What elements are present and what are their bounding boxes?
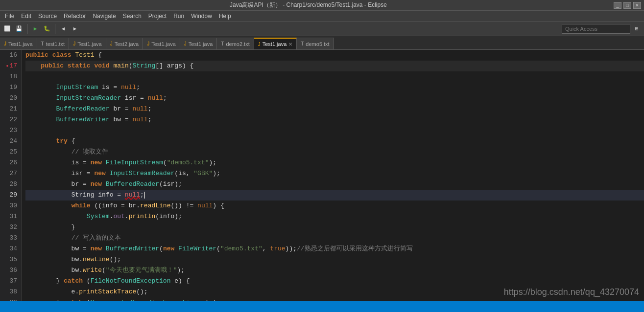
tab-label: demo2.txt [226,41,249,47]
toolbar-sep3 [83,24,83,34]
menu-help[interactable]: Help [216,12,234,20]
code-line-26: is = new FileInputStream("demo5.txt"); [25,157,644,168]
menu-edit[interactable]: Edit [18,12,34,20]
toolbar-sep1 [27,24,27,34]
toolbar-sep2 [55,24,55,34]
tab-close-btn[interactable]: ✕ [288,42,292,47]
menu-source[interactable]: Source [35,12,60,20]
line-33: 33 [4,233,17,244]
tab-test1-4[interactable]: J Test1.java [180,38,217,49]
editor-container: 16 17 18 19 20 21 22 23 24 25 26 27 28 2… [0,50,644,312]
menu-window[interactable]: Window [188,12,215,20]
line-22: 22 [4,114,17,125]
tab-test1txt[interactable]: T test1.txt [37,38,70,49]
tab-label: demo5.txt [306,41,329,47]
menu-project[interactable]: Project [145,12,169,20]
java-icon: J [4,41,6,46]
line-31: 31 [4,211,17,222]
code-line-21: BufferedReader br = null; [25,104,644,114]
line-35: 35 [4,254,17,265]
code-line-36: bw.write("今天也要元气满满哦！"); [25,265,644,276]
java-icon: J [110,41,113,46]
line-23: 23 [4,125,17,136]
line-number-gutter: 16 17 18 19 20 21 22 23 24 25 26 27 28 2… [0,50,22,312]
code-line-33: // 写入新的文本 [25,233,644,244]
line-28: 28 [4,179,17,190]
debug-btn[interactable]: 🐛 [42,23,52,34]
menu-navigate[interactable]: Navigate [90,12,119,20]
line-34: 34 [4,244,17,254]
new-btn[interactable]: ⬜ [2,23,13,34]
line-16: 16 [4,50,17,61]
code-line-29[interactable]: String info = null; [25,190,644,201]
code-line-37: } catch (FileNotFoundException e) { [25,276,644,287]
line-36: 36 [4,265,17,276]
line-19: 19 [4,82,17,93]
line-27: 27 [4,168,17,179]
java-icon: J [147,41,149,46]
tab-label: Test1.java [262,41,287,47]
tab-demo2txt[interactable]: T demo2.txt [217,38,254,49]
run-btn[interactable]: ▶ [30,23,41,34]
forward-btn[interactable]: ▶ [70,23,80,34]
line-29: 29 [4,190,17,201]
tab-label: Test1.java [189,41,213,47]
code-line-16: public class Test1 { [25,50,644,61]
code-line-31: System.out.println(info); [25,211,644,222]
maximize-btn[interactable]: □ [623,2,631,9]
code-line-17: public static void main(String[] args) { [25,61,644,71]
code-line-34: bw = new BufferedWriter(new FileWriter("… [25,244,644,254]
line-20: 20 [4,93,17,104]
code-line-24: try { [25,136,644,147]
txt-icon: T [301,41,304,46]
tab-test1-active[interactable]: J Test1.java ✕ [254,38,297,49]
line-38: 38 [4,287,17,297]
menu-file[interactable]: File [2,12,17,20]
tab-test2[interactable]: J Test2.java [106,38,143,49]
line-18: 18 [4,71,17,82]
tab-label: Test2.java [115,41,139,47]
line-26: 26 [4,157,17,168]
line-37: 37 [4,276,17,287]
java-icon: J [73,41,75,46]
line-21: 21 [4,104,17,114]
menu-search[interactable]: Search [120,12,144,20]
perspective-btn[interactable]: ⊞ [631,23,642,34]
tab-label: Test1.java [8,41,33,47]
tab-demo5txt[interactable]: T demo5.txt [297,38,334,49]
java-icon: J [258,42,261,47]
line-32: 32 [4,222,17,233]
code-line-38: e.printStackTrace(); [25,287,644,297]
tab-test1-1[interactable]: J Test1.java [0,38,37,49]
title-text: Java高级API（新） - Charp1/src/demo5/Test1.ja… [3,1,614,9]
menu-refactor[interactable]: Refactor [61,12,89,20]
code-line-23 [25,125,644,136]
line-17: 17 [4,61,17,71]
line-24: 24 [4,136,17,147]
code-line-22: BufferedWriter bw = null; [25,114,644,125]
window-controls[interactable]: _ □ ✕ [614,2,641,9]
tab-test1-3[interactable]: J Test1.java [143,38,180,49]
toolbar: ⬜ 💾 ▶ 🐛 ◀ ▶ ⊞ [0,22,644,36]
tab-label: Test1.java [151,41,176,47]
code-line-20: InputStreamReader isr = null; [25,93,644,104]
save-btn[interactable]: 💾 [14,23,24,34]
close-btn[interactable]: ✕ [633,2,641,9]
txt-icon: T [221,41,224,46]
line-25: 25 [4,147,17,157]
quick-access-input[interactable] [562,24,630,34]
txt-icon: T [41,41,44,46]
code-area[interactable]: public class Test1 { public static void … [22,50,644,312]
back-btn[interactable]: ◀ [58,23,69,34]
title-bar: Java高级API（新） - Charp1/src/demo5/Test1.ja… [0,0,644,11]
code-line-28: br = new BufferedReader(isr); [25,179,644,190]
tab-label: test1.txt [46,41,65,47]
status-bar [0,301,644,312]
code-line-35: bw.newLine(); [25,254,644,265]
code-line-19: InputStream is = null; [25,82,644,93]
code-line-32: } [25,222,644,233]
menu-run[interactable]: Run [170,12,187,20]
minimize-btn[interactable]: _ [614,2,621,9]
line-30: 30 [4,201,17,211]
tab-test1-2[interactable]: J Test1.java [69,38,106,49]
